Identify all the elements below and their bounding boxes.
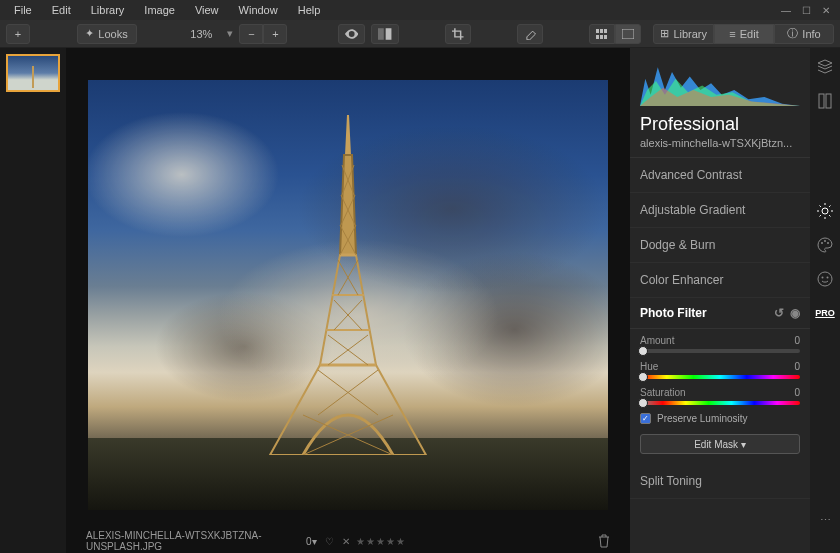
library-mode-label: Library [673,28,707,40]
svg-point-19 [818,272,832,286]
canvas-image[interactable] [88,80,608,510]
edit-mode-label: Edit [740,28,759,40]
svg-point-15 [822,208,828,214]
preset-subtitle: alexis-minchella-wTSXKjBtzn... [630,137,810,158]
info-mode-button[interactable]: ⓘ Info [774,24,834,44]
crop-button[interactable] [445,24,471,44]
eraser-icon [524,28,536,40]
svg-rect-8 [622,29,634,39]
more-icon[interactable]: ⋯ [816,511,834,529]
svg-rect-4 [604,29,607,33]
view-mode-switch [589,24,641,44]
svg-point-20 [822,277,824,279]
eye-preview-button[interactable] [338,24,365,44]
minimize-button[interactable]: ― [778,5,794,16]
menu-library[interactable]: Library [83,2,133,18]
svg-rect-6 [600,35,603,39]
menu-view[interactable]: View [187,2,227,18]
chevron-down-icon[interactable]: ▾ [227,27,233,40]
menu-file[interactable]: File [6,2,40,18]
filmstrip [0,48,66,553]
palette-icon[interactable] [816,236,834,254]
info-icon: ⓘ [787,26,798,41]
checkbox-icon: ✓ [640,413,651,424]
single-view-button[interactable] [615,24,641,44]
info-mode-label: Info [802,28,820,40]
zoom-out-button[interactable]: − [239,24,263,44]
hue-label: Hue [640,361,658,372]
menu-image[interactable]: Image [136,2,183,18]
saturation-slider[interactable] [640,401,800,405]
zoom-percent[interactable]: 13% [181,28,221,40]
preset-title: Professional [630,108,810,137]
svg-rect-14 [826,94,831,108]
trash-icon [598,534,610,548]
panel-photo-filter-body: Amount0 Hue0 Saturation0 ✓ Preserve Lumi… [630,329,810,464]
panel-adjustable-gradient[interactable]: Adjustable Gradient [630,193,810,228]
svg-rect-3 [600,29,603,33]
saturation-label: Saturation [640,387,686,398]
hue-slider[interactable] [640,375,800,379]
sparkle-icon: ✦ [85,27,94,40]
panel-photo-filter-header[interactable]: Photo Filter ↺ ◉ [630,298,810,329]
edit-mask-button[interactable]: Edit Mask ▾ [640,434,800,454]
preserve-label: Preserve Luminosity [657,413,748,424]
erase-button[interactable] [517,24,543,44]
light-icon[interactable] [816,202,834,220]
eiffel-tower [258,115,438,455]
amount-slider[interactable] [640,349,800,353]
grid-icon [596,29,608,39]
svg-point-21 [827,277,829,279]
tool-rail: PRO ⋯ [810,48,840,553]
menu-bar: File Edit Library Image View Window Help… [0,0,840,20]
hue-value: 0 [794,361,800,372]
trash-button[interactable] [598,534,610,548]
toggle-icon[interactable]: ◉ [790,306,800,320]
thumbnail-selected[interactable] [6,54,60,92]
eye-icon [345,29,358,39]
saturation-value: 0 [794,387,800,398]
grid-view-button[interactable] [589,24,615,44]
svg-point-18 [827,242,829,244]
single-icon [622,29,634,39]
library-mode-button[interactable]: ⊞ Library [653,24,714,44]
svg-rect-7 [604,35,607,39]
compare-rail-icon[interactable] [816,92,834,110]
panel-color-enhancer[interactable]: Color Enhancer [630,263,810,298]
toolbar: + ✦ Looks 13% ▾ − + [0,20,840,48]
maximize-button[interactable]: ☐ [798,5,814,16]
reject-button[interactable]: ✕ [342,536,350,547]
favorite-button[interactable]: ♡ [325,536,334,547]
amount-label: Amount [640,335,674,346]
amount-value: 0 [794,335,800,346]
menu-window[interactable]: Window [231,2,286,18]
compare-button[interactable] [371,24,398,44]
svg-rect-1 [386,28,392,40]
svg-rect-5 [596,35,599,39]
looks-button[interactable]: ✦ Looks [77,24,137,44]
layers-icon[interactable] [816,58,834,76]
panel-dodge-burn[interactable]: Dodge & Burn [630,228,810,263]
compare-icon [378,28,391,40]
panel-split-toning[interactable]: Split Toning [630,464,810,499]
right-panel: Professional alexis-minchella-wTSXKjBtzn… [630,48,840,553]
menu-edit[interactable]: Edit [44,2,79,18]
edit-mode-button[interactable]: ≡ Edit [714,24,774,44]
menu-help[interactable]: Help [290,2,329,18]
zoom-stepper: − + [239,24,287,44]
reset-icon[interactable]: ↺ [774,306,784,320]
pro-badge[interactable]: PRO [816,304,834,322]
looks-label: Looks [98,28,127,40]
histogram[interactable] [630,48,810,108]
face-icon[interactable] [816,270,834,288]
add-button[interactable]: + [6,24,30,44]
preserve-luminosity-checkbox[interactable]: ✓ Preserve Luminosity [640,413,800,424]
svg-rect-2 [596,29,599,33]
zoom-in-button[interactable]: + [263,24,287,44]
sliders-icon: ≡ [729,28,735,40]
svg-point-17 [824,240,826,242]
close-button[interactable]: ✕ [818,5,834,16]
panel-advanced-contrast[interactable]: Advanced Contrast [630,158,810,193]
canvas-area: ALEXIS-MINCHELLA-WTSXKJBTZNA-UNSPLASH.JP… [66,48,630,553]
star-rating[interactable]: ★★★★★ [356,536,406,547]
